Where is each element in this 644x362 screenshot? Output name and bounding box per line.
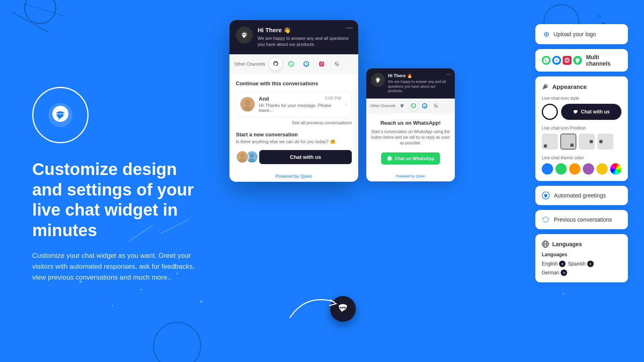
wa-reach-title: Reach us on WhatsApp!: [371, 120, 450, 126]
svg-point-46: [433, 103, 439, 109]
pos-center-right[interactable]: [579, 134, 595, 150]
automated-greetings-button[interactable]: Automated greetings: [535, 186, 628, 205]
svg-point-29: [322, 62, 323, 63]
svg-point-38: [250, 154, 254, 158]
new-conv-sub: Is there anything else we can do for you…: [236, 139, 352, 144]
svg-point-45: [422, 103, 427, 109]
chat-subtitle: We are happy to answer any and all quest…: [258, 35, 352, 48]
chat-with-us-row: Chat with us: [236, 150, 352, 164]
previous-conversations-button[interactable]: Previous conversations: [535, 210, 628, 229]
color-green[interactable]: [555, 163, 567, 175]
lang-spanish-remove[interactable]: ×: [587, 261, 594, 267]
conversation-time: 3:00 PM: [325, 96, 341, 102]
channels-label: Other Channels: [234, 62, 265, 66]
page-subtext: Customize your chat widget as you want. …: [32, 250, 201, 283]
svg-point-22: [244, 34, 245, 35]
automated-greetings-icon: [542, 191, 550, 200]
chat-header-icon: [236, 27, 253, 43]
wa-reach-sub: Start a conversation on WhatsApp using t…: [371, 129, 450, 146]
lang-english-remove[interactable]: ×: [559, 261, 566, 267]
languages-icon: [542, 241, 549, 248]
wa-channel-messenger-btn[interactable]: [420, 101, 429, 111]
wa-powered: Powered by Qpien: [366, 171, 455, 181]
lang-english-label: English: [542, 261, 557, 267]
see-all-link[interactable]: See all previous conversations: [236, 120, 352, 125]
multi-channels-card: Multi channels: [535, 49, 628, 72]
new-conv-title: Start a new conversation: [236, 132, 352, 138]
wa-header: Hi There 🔥 We are happy to answer any an…: [366, 68, 455, 99]
conversation-item[interactable]: And 3:00 PM Hi! Thanks for your message.…: [236, 91, 352, 117]
color-orange[interactable]: [569, 163, 580, 175]
wa-subtitle: We are happy to answer any and all quest…: [388, 80, 450, 94]
channels-bar: Other Channels: [229, 54, 358, 74]
languages-title: Languages: [552, 241, 582, 247]
languages-card: Languages Languages English × Spanish × …: [535, 234, 628, 282]
color-yellow[interactable]: [597, 163, 608, 175]
lang-spanish-label: Spanish: [568, 261, 585, 267]
minimize-icon[interactable]: —: [346, 24, 353, 31]
icon-opt-chat-label: Chat with us: [581, 109, 609, 115]
lang-german-remove[interactable]: ×: [561, 269, 567, 276]
previous-conversations-icon: [542, 216, 550, 224]
svg-point-21: [243, 34, 244, 35]
wa-minimize-icon[interactable]: —: [446, 72, 451, 77]
languages-sublabel: Languages: [542, 252, 621, 257]
channel-phone-btn[interactable]: [330, 58, 343, 70]
lang-spanish: Spanish ×: [568, 261, 593, 267]
svg-point-4: [598, 14, 601, 18]
conversation-avatar: [240, 97, 255, 111]
appearance-card: Appearance Live chat icon style Chat wit…: [535, 76, 628, 181]
wa-channel-whatsapp-btn[interactable]: [409, 101, 418, 111]
main-chat-widget: Hi There 👋 We are happy to answer any an…: [229, 20, 358, 182]
svg-point-12: [563, 293, 564, 294]
color-blue[interactable]: [542, 163, 553, 175]
wa-chat-btn[interactable]: Chat on WhatsApp: [381, 152, 440, 165]
previous-conversations-label: Previous conversations: [554, 216, 612, 223]
position-options: [542, 134, 621, 150]
svg-rect-27: [319, 62, 324, 66]
svg-point-35: [240, 154, 244, 158]
multi-channels-label: Multi channels: [586, 54, 621, 67]
chat-with-us-button[interactable]: Chat with us: [259, 150, 352, 164]
color-purple[interactable]: [583, 163, 594, 175]
pos-center-left[interactable]: [597, 134, 613, 150]
conversation-name: And: [259, 96, 269, 102]
chat-header: Hi There 👋 We are happy to answer any an…: [229, 20, 358, 54]
appearance-title: Appearance: [552, 83, 587, 90]
svg-point-17: [57, 113, 58, 115]
icon-opt-circle[interactable]: [542, 104, 558, 120]
left-panel: Customize design and settings of your li…: [0, 0, 225, 362]
whatsapp-channel-icon: [542, 56, 551, 65]
arrow-decoration: [282, 286, 342, 326]
svg-point-49: [552, 56, 561, 65]
svg-point-53: [568, 58, 569, 59]
color-label: Live chat theme color: [542, 155, 621, 160]
icon-style-label: Live chat icon style: [542, 96, 621, 101]
upload-logo-button[interactable]: ⊕ Upload your logo: [535, 24, 628, 44]
upload-logo-label: Upload your logo: [553, 31, 596, 37]
channel-messenger-btn[interactable]: [300, 58, 313, 70]
automated-greetings-label: Automated greetings: [554, 192, 606, 199]
wa-channel-chat-btn[interactable]: [397, 101, 407, 111]
pos-bottom-left[interactable]: [542, 134, 558, 150]
wa-channel-phone-btn[interactable]: [431, 101, 441, 111]
icon-opt-chat-with-us[interactable]: Chat with us: [561, 104, 621, 120]
upload-icon: ⊕: [543, 30, 549, 39]
channel-whatsapp-btn[interactable]: [285, 58, 297, 70]
color-options: [542, 163, 621, 175]
chevron-right-icon: ›: [345, 101, 347, 108]
wa-channels-bar: Other Channels: [366, 99, 455, 113]
pos-bottom-right[interactable]: [560, 134, 576, 150]
svg-point-42: [344, 307, 346, 309]
wa-body: Reach us on WhatsApp! Start a conversati…: [366, 113, 455, 171]
color-custom[interactable]: [610, 163, 621, 175]
channel-instagram-btn[interactable]: [315, 58, 328, 70]
page-headline: Customize design and settings of your li…: [32, 159, 201, 241]
channel-chat-btn[interactable]: [269, 58, 282, 70]
svg-point-41: [342, 307, 344, 309]
lang-german-label: German: [542, 270, 559, 276]
languages-header: Languages: [542, 241, 621, 248]
right-panel: ⊕ Upload your logo: [535, 24, 628, 282]
wa-greeting: Hi There 🔥: [388, 73, 450, 78]
language-tags: English × Spanish × German ×: [542, 261, 621, 276]
